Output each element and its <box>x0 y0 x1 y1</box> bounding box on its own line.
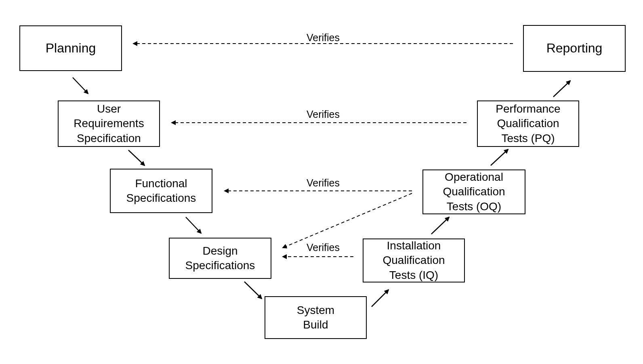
box-label: OperationalQualificationTests (OQ) <box>443 170 505 214</box>
arrow-pq-reporting <box>553 81 570 97</box>
arrow-sb-iq <box>372 290 389 307</box>
arrow-oq-pq <box>491 149 508 165</box>
box-label: DesignSpecifications <box>185 244 255 273</box>
box-planning: Planning <box>19 25 122 71</box>
box-oq: OperationalQualificationTests (OQ) <box>422 169 525 214</box>
box-iq: InstallationQualificationTests (IQ) <box>363 238 465 282</box>
box-fs: FunctionalSpecifications <box>110 169 212 213</box>
box-label: PerformanceQualificationTests (PQ) <box>496 102 560 146</box>
box-label: Reporting <box>546 40 603 57</box>
arrow-iq-oq <box>431 217 449 234</box>
box-label: InstallationQualificationTests (IQ) <box>382 238 445 282</box>
verify-label-2: Verifies <box>304 109 342 120</box>
box-label: FunctionalSpecifications <box>126 176 196 206</box>
verify-label-1: Verifies <box>304 32 342 44</box>
box-pq: PerformanceQualificationTests (PQ) <box>477 100 579 147</box>
v-model-diagram: Planning UserRequirementsSpecification F… <box>0 0 643 364</box>
box-label: UserRequirementsSpecification <box>74 102 144 146</box>
verify-label-3: Verifies <box>304 177 342 189</box>
box-sb: SystemBuild <box>265 296 367 339</box>
box-label: SystemBuild <box>297 303 334 333</box>
box-reporting: Reporting <box>523 25 626 72</box>
box-urs: UserRequirementsSpecification <box>58 100 160 147</box>
arrow-ds-sb <box>244 282 262 299</box>
arrow-urs-fs <box>128 150 145 165</box>
arrow-fs-ds <box>186 217 201 233</box>
arrow-planning-urs <box>73 77 88 94</box>
box-ds: DesignSpecifications <box>169 238 271 279</box>
box-label: Planning <box>46 40 96 57</box>
verify-label-4: Verifies <box>304 242 342 253</box>
